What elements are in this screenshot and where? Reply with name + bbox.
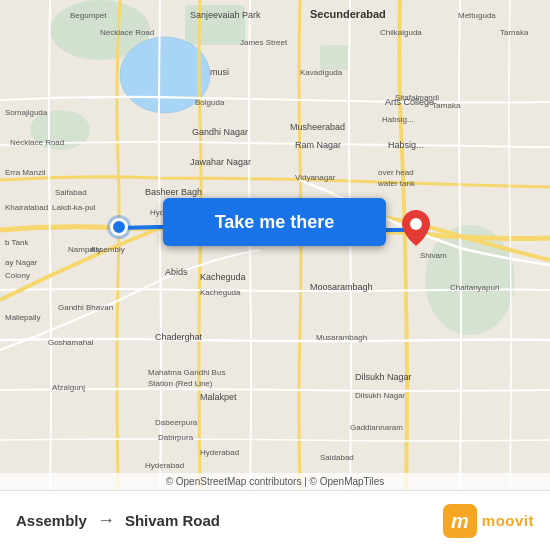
svg-text:Sanjeevaiah Park: Sanjeevaiah Park [190,10,261,20]
svg-text:Dabeerpura: Dabeerpura [155,418,198,427]
svg-text:Boiguda: Boiguda [195,98,225,107]
svg-text:Habsig...: Habsig... [388,140,424,150]
svg-text:Dilsukh Nagar: Dilsukh Nagar [355,391,406,400]
svg-text:Kacheguda: Kacheguda [200,288,241,297]
svg-text:Station (Red Line): Station (Red Line) [148,379,213,388]
moovit-brand-text: moovit [482,512,534,529]
svg-text:Hyderabad: Hyderabad [200,448,239,457]
svg-text:Gandhi Bhavan: Gandhi Bhavan [58,303,113,312]
arrow-icon: → [97,510,115,531]
svg-text:Mallepally: Mallepally [5,313,41,322]
svg-text:Musarambagh: Musarambagh [316,333,367,342]
svg-text:over head: over head [378,168,414,177]
svg-rect-5 [320,45,350,70]
svg-text:Jawahar Nagar: Jawahar Nagar [190,157,251,167]
svg-text:Colony: Colony [5,271,30,280]
svg-text:Saifabad: Saifabad [55,188,87,197]
svg-text:James Street: James Street [240,38,288,47]
take-me-there-button[interactable]: Take me there [163,198,386,246]
map-container[interactable]: Begumpet Necklace Road Sanjeevaiah Park … [0,0,550,490]
svg-text:Chilkalguda: Chilkalguda [380,28,422,37]
svg-text:Necklace Road: Necklace Road [100,28,154,37]
svg-text:Gandhi Nagar: Gandhi Nagar [192,127,248,137]
origin-label: Assembly [16,512,87,529]
footer-bar: Assembly → Shivam Road m moovit [0,490,550,550]
svg-text:Habsig...: Habsig... [382,115,414,124]
svg-text:Begumpet: Begumpet [70,11,107,20]
svg-text:Erra Manzil: Erra Manzil [5,168,46,177]
destination-marker [402,210,430,246]
map-attribution: © OpenStreetMap contributors | © OpenMap… [0,473,550,490]
svg-text:Basheer Bagh: Basheer Bagh [145,187,202,197]
svg-text:Hyderabad: Hyderabad [145,461,184,470]
svg-text:Ram Nagar: Ram Nagar [295,140,341,150]
svg-text:Moosarambagh: Moosarambagh [310,282,373,292]
svg-text:Kavadiguda: Kavadiguda [300,68,343,77]
svg-text:Malakpet: Malakpet [200,392,237,402]
svg-text:Kacheguda: Kacheguda [200,272,246,282]
svg-text:Mahatma Gandhi Bus: Mahatma Gandhi Bus [148,368,225,377]
svg-text:Chaderghat: Chaderghat [155,332,203,342]
svg-text:Lakdi-ka-pul: Lakdi-ka-pul [52,203,96,212]
svg-text:Secunderabad: Secunderabad [310,8,386,20]
svg-text:ay Nagar: ay Nagar [5,258,38,267]
origin-marker [110,218,128,236]
svg-text:musi: musi [210,67,229,77]
svg-text:Dilsukh Nagar: Dilsukh Nagar [355,372,412,382]
svg-text:Tarnaka: Tarnaka [500,28,529,37]
svg-text:Tarnaka: Tarnaka [432,101,461,110]
moovit-logo: m moovit [443,504,534,538]
svg-text:Musheerabad: Musheerabad [290,122,345,132]
svg-text:Goshamahal: Goshamahal [48,338,94,347]
svg-text:Khairatabad: Khairatabad [5,203,48,212]
svg-text:Shivam: Shivam [420,251,447,260]
svg-text:Gaddiannaram: Gaddiannaram [350,423,403,432]
moovit-icon: m [443,504,477,538]
svg-text:Abids: Abids [165,267,188,277]
svg-text:Assembly: Assembly [90,245,125,254]
svg-text:Dabirpura: Dabirpura [158,433,194,442]
svg-text:Chaitanyapuri: Chaitanyapuri [450,283,500,292]
svg-text:Afzalgunj: Afzalgunj [52,383,85,392]
svg-text:Vidyanagar: Vidyanagar [295,173,336,182]
svg-text:Necklace Road: Necklace Road [10,138,64,147]
svg-text:Saidabad: Saidabad [320,453,354,462]
svg-text:water tank: water tank [377,179,416,188]
moovit-m-letter: m [451,511,469,531]
route-info: Assembly → Shivam Road [16,510,220,531]
svg-text:Mettuguda: Mettuguda [458,11,496,20]
svg-text:b Tank: b Tank [5,238,29,247]
svg-point-68 [410,218,422,230]
destination-label: Shivam Road [125,512,220,529]
svg-text:Somajiguda: Somajiguda [5,108,48,117]
